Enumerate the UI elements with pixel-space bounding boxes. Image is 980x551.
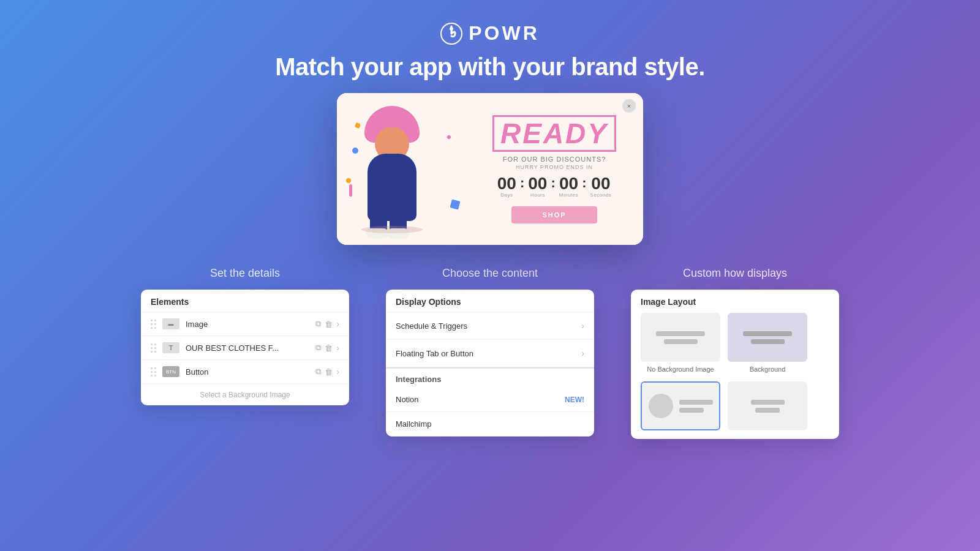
table-row[interactable]: ▬ Image ⧉ 🗑 › bbox=[141, 312, 349, 336]
element-actions: ⧉ 🗑 › bbox=[315, 343, 339, 353]
hours-value: 00 bbox=[528, 175, 547, 192]
chevron-right-icon: › bbox=[336, 343, 339, 353]
thumb-line-short bbox=[755, 408, 780, 413]
thumb-line bbox=[751, 400, 785, 405]
copy-button[interactable]: ⧉ bbox=[315, 319, 321, 329]
header: POWR Match your app with your brand styl… bbox=[275, 0, 705, 81]
logo-text: POWR bbox=[469, 22, 540, 45]
layout-options-row2 bbox=[631, 381, 839, 439]
powr-logo-icon bbox=[440, 23, 462, 45]
table-row[interactable]: BTN Button ⧉ 🗑 › bbox=[141, 360, 349, 384]
thumb-line-short bbox=[664, 339, 698, 344]
minutes-value: 00 bbox=[559, 175, 578, 192]
thumb-line-short bbox=[751, 339, 785, 344]
button-element-icon: BTN bbox=[162, 366, 179, 377]
chevron-right-icon: › bbox=[581, 348, 584, 358]
no-background-option[interactable]: No Background Image bbox=[641, 313, 720, 373]
image-element-icon: ▬ bbox=[162, 318, 179, 329]
chevron-right-icon: › bbox=[336, 367, 339, 377]
thumb-line bbox=[679, 400, 713, 405]
display-panel-header: Display Options bbox=[386, 290, 594, 312]
days-value: 00 bbox=[497, 175, 516, 192]
minutes-label: Minutes bbox=[559, 192, 579, 198]
chevron-right-icon: › bbox=[336, 319, 339, 329]
col2-title: Choose the content bbox=[442, 267, 538, 280]
thumb-line bbox=[656, 331, 705, 336]
sep2: : bbox=[551, 175, 555, 191]
countdown: 00 Days : 00 Hours : 00 Minutes : 00 Sec… bbox=[497, 175, 611, 198]
thumb-line bbox=[743, 331, 792, 336]
floating-tab-label: Floating Tab or Button bbox=[396, 349, 473, 358]
circle-icon bbox=[649, 394, 673, 418]
element-actions: ⧉ 🗑 › bbox=[315, 367, 339, 377]
ready-text: READY bbox=[492, 115, 616, 152]
text-element-icon: T bbox=[162, 342, 179, 353]
lines-layout-option[interactable] bbox=[728, 381, 807, 430]
elements-panel-header: Elements bbox=[141, 290, 349, 312]
mailchimp-integration-row[interactable]: Mailchimp bbox=[386, 412, 594, 437]
bottom-section: Set the details Elements ▬ Image ⧉ 🗑 › bbox=[61, 267, 919, 439]
preview-card: × READY FOR OUR BIG DISCOUNTS? bbox=[337, 93, 643, 245]
layout-options-row1: No Background Image Background bbox=[631, 313, 839, 381]
seconds-label: Seconds bbox=[590, 192, 612, 198]
column-content: Choose the content Display Options Sched… bbox=[386, 267, 594, 439]
delete-button[interactable]: 🗑 bbox=[325, 367, 333, 377]
days-block: 00 Days bbox=[497, 175, 516, 198]
copy-button[interactable]: ⧉ bbox=[315, 367, 321, 377]
logo-row: POWR bbox=[440, 22, 540, 45]
button-element-label: Button bbox=[186, 367, 309, 377]
no-bg-thumb bbox=[641, 313, 720, 362]
notion-label: Notion bbox=[396, 395, 419, 404]
circle-layout-thumb bbox=[641, 381, 720, 430]
floating-tab-option[interactable]: Floating Tab or Button › bbox=[386, 340, 594, 367]
circle-layout-option[interactable] bbox=[641, 381, 720, 430]
hours-block: 00 Hours bbox=[528, 175, 547, 198]
new-badge: NEW! bbox=[565, 395, 584, 404]
col3-title: Custom how displays bbox=[683, 267, 787, 280]
character-illustration bbox=[343, 105, 478, 233]
drag-handle-icon bbox=[151, 343, 156, 353]
drag-handle-icon bbox=[151, 320, 156, 329]
integrations-header: Integrations bbox=[386, 367, 594, 388]
delete-button[interactable]: 🗑 bbox=[325, 320, 333, 329]
minutes-block: 00 Minutes bbox=[559, 175, 579, 198]
schedule-triggers-option[interactable]: Schedule & Triggers › bbox=[386, 312, 594, 340]
days-label: Days bbox=[500, 192, 513, 198]
popup-content: READY FOR OUR BIG DISCOUNTS? HURRY PROMO… bbox=[478, 115, 625, 223]
image-element-label: Image bbox=[186, 320, 309, 329]
bg-thumb bbox=[728, 313, 807, 362]
thumb-line-short bbox=[679, 408, 704, 413]
close-button[interactable]: × bbox=[622, 99, 636, 113]
background-option[interactable]: Background bbox=[728, 313, 807, 373]
column-details: Set the details Elements ▬ Image ⧉ 🗑 › bbox=[141, 267, 349, 439]
sep3: : bbox=[582, 175, 586, 191]
discount-sub: FOR OUR BIG DISCOUNTS? bbox=[503, 156, 606, 163]
chevron-right-icon: › bbox=[581, 321, 584, 331]
seconds-value: 00 bbox=[591, 175, 610, 192]
copy-button[interactable]: ⧉ bbox=[315, 343, 321, 353]
no-bg-label: No Background Image bbox=[647, 365, 714, 373]
bg-label: Background bbox=[750, 365, 786, 373]
table-row[interactable]: T OUR BEST CLOTHES F... ⧉ 🗑 › bbox=[141, 336, 349, 360]
tagline: Match your app with your brand style. bbox=[275, 53, 705, 81]
drag-handle-icon bbox=[151, 367, 156, 377]
schedule-triggers-label: Schedule & Triggers bbox=[396, 321, 467, 331]
col1-title: Set the details bbox=[210, 267, 280, 280]
hours-label: Hours bbox=[530, 192, 545, 198]
thumb-lines bbox=[679, 400, 713, 413]
bg-select-label[interactable]: Select a Background Image bbox=[141, 384, 349, 405]
elements-panel: Elements ▬ Image ⧉ 🗑 › bbox=[141, 290, 349, 405]
notion-integration-row[interactable]: Notion NEW! bbox=[386, 388, 594, 412]
hurry-text: HURRY PROMO ENDS IN bbox=[516, 164, 593, 170]
lines-layout-thumb bbox=[728, 381, 807, 430]
column-display: Custom how displays Image Layout No Back… bbox=[631, 267, 839, 439]
text-element-label: OUR BEST CLOTHES F... bbox=[186, 343, 309, 353]
display-panel: Display Options Schedule & Triggers › Fl… bbox=[386, 290, 594, 437]
element-actions: ⧉ 🗑 › bbox=[315, 319, 339, 329]
mailchimp-label: Mailchimp bbox=[396, 419, 432, 429]
shop-button[interactable]: SHOP bbox=[511, 206, 597, 223]
sep1: : bbox=[520, 175, 524, 191]
layout-panel-header: Image Layout bbox=[631, 290, 839, 313]
svg-point-1 bbox=[450, 27, 453, 31]
delete-button[interactable]: 🗑 bbox=[325, 343, 333, 353]
